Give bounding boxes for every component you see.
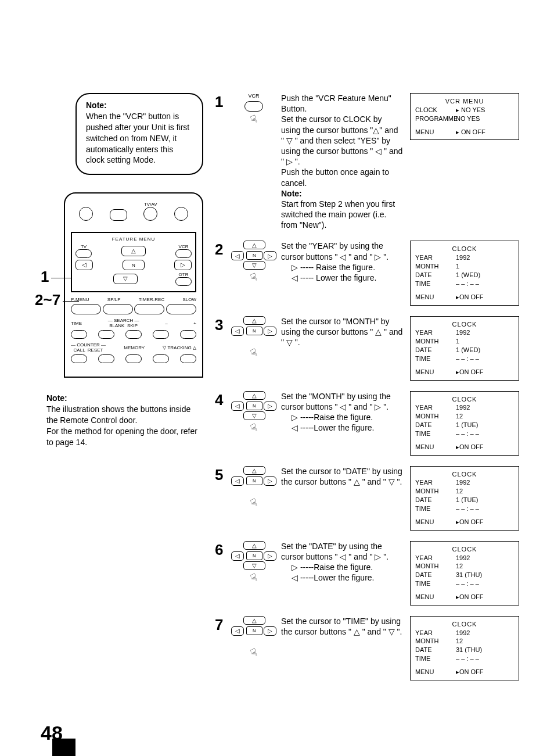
hand-icon: ☟: [249, 270, 259, 284]
vcr-button: VCR: [175, 244, 192, 258]
hand-icon: ☟: [249, 345, 259, 359]
slow-label: SLOW: [182, 297, 196, 302]
osd-clock-3: CLOCK YEAR1992 MONTH1 DATE1 (WED) TIME– …: [410, 316, 519, 381]
lower-note: Note: The illustration shows the buttons…: [46, 393, 203, 447]
plus-button: [180, 330, 196, 339]
step-2-num: 2: [215, 241, 226, 259]
osd-clock-5: CLOCK YEAR1992 MONTH12 DATE1 (TUE) TIME–…: [410, 466, 519, 531]
top-note-box: Note: When the "VCR" button is pushed af…: [75, 93, 203, 175]
slow-button: [166, 304, 196, 314]
step-7: 7 △◁ N ▷ ☟ Set the cursor to "TIME" by u…: [215, 616, 519, 680]
step-7-icon: △◁ N ▷ ☟: [233, 616, 274, 659]
cursor-pad-icon: △◁ N ▷▽: [235, 391, 273, 420]
blank-button: [98, 330, 114, 339]
mute-icon: [174, 207, 188, 223]
cursor-pad-icon: △ ◁ N ▷ ▽: [235, 241, 273, 270]
tvav-button: TV/AV: [143, 202, 157, 223]
step-5: 5 △◁ N ▷ ☟ Set the cursor to "DATE" by u…: [215, 466, 519, 531]
left-column: Note: When the "VCR" button is pushed af…: [41, 93, 203, 691]
remote: TV/AV FEATURE MENU TV △ VCR ◁: [64, 192, 203, 378]
step-3-icon: △◁ N ▷ ☟: [233, 316, 274, 359]
step-6-icon: △◁ N ▷▽ ☟: [233, 541, 274, 584]
remote-row-5: — COUNTER —CALL RESET MEMORY ▽ TRACKING …: [71, 342, 196, 363]
reset-button: [98, 354, 114, 363]
hand-icon: ☟: [249, 420, 259, 434]
osd-clock-4: CLOCK YEAR1992 MONTH12 DATE1 (TUE) TIME–…: [410, 391, 519, 456]
content-columns: Note: When the "VCR" button is pushed af…: [41, 93, 519, 691]
remote-row-4: TIME — SEARCH —BLANK SKIP –+: [71, 318, 196, 339]
timerrec-label: TIMER-REC: [139, 297, 164, 302]
note-heading: Note:: [86, 101, 107, 110]
cursor-n-icon: N: [246, 251, 262, 260]
time-button: [71, 330, 87, 339]
tracking-up-button: [180, 354, 196, 363]
osd-vcr-menu: VCR MENU CLOCK▸ NO YES PROGRAMME NO YES …: [410, 93, 519, 140]
right-column: 1 VCR ☟ Push the "VCR Feature Menu" Butt…: [215, 93, 519, 691]
memory-label: MEMORY: [124, 345, 145, 350]
step-3-num: 3: [215, 316, 226, 334]
step-1-text: Push the "VCR Feature Menu" Button. Set …: [281, 93, 403, 230]
splp-button: [103, 304, 133, 314]
splp-label: SP/LP: [107, 297, 121, 302]
cursor-pad-icon: △◁ N ▷▽: [235, 541, 273, 570]
step-3-text: Set the cursor to "MONTH" by using the c…: [281, 316, 403, 348]
osd-clock-2: CLOCK YEAR1992 MONTH1 DATE1 (WED) TIME– …: [410, 241, 519, 305]
hand-icon: ☟: [249, 570, 259, 584]
step-1: 1 VCR ☟ Push the "VCR Feature Menu" Butt…: [215, 93, 519, 230]
page: Note: When the "VCR" button is pushed af…: [0, 0, 554, 756]
cursor-right-icon: ▷: [264, 251, 276, 260]
cursor-down-icon: ▽: [113, 274, 138, 284]
step-7-text: Set the cursor to "TIME" by using the cu…: [281, 616, 403, 637]
tv-button: TV: [75, 244, 92, 258]
cursor-right-icon: ▷: [174, 260, 192, 270]
vcr-feature-button-icon: [244, 101, 263, 112]
step-2-icon: △ ◁ N ▷ ▽ ☟: [233, 241, 274, 284]
minus-button: [153, 330, 169, 339]
step-3: 3 △◁ N ▷ ☟ Set the cursor to "MONTH" by …: [215, 316, 519, 381]
step-4: 4 △◁ N ▷▽ ☟ Set the "MONTH" by using the…: [215, 391, 519, 456]
step-2: 2 △ ◁ N ▷ ▽ ☟ Set the "YEAR" by using th…: [215, 241, 519, 305]
cursor-up-icon: △: [243, 241, 265, 249]
cursor-pad-icon: △◁ N ▷: [235, 616, 273, 645]
step-5-text: Set the cursor to "DATE" by using the cu…: [281, 466, 403, 487]
callout-1: 1: [41, 268, 71, 286]
step-4-num: 4: [215, 391, 226, 409]
cursor-pad-icon: △◁ N ▷: [235, 316, 273, 345]
cursor-pad-icon: △◁ N ▷: [235, 466, 273, 495]
page-tab: [52, 739, 75, 756]
cursor-up-icon: △: [121, 246, 146, 256]
callout-2-7: 2~7: [35, 291, 79, 309]
osd-clock-6: CLOCK YEAR1992 MONTH12 DATE31 (THU) TIME…: [410, 541, 519, 605]
step-7-num: 7: [215, 616, 226, 634]
note-body: When the "VCR" button is pushed after yo…: [86, 112, 189, 165]
remote-illustration: 1 2~7 TV/AV F: [64, 192, 203, 378]
remote-top-row: TV/AV: [71, 202, 196, 223]
time-label: TIME: [71, 321, 82, 326]
step-1-num: 1: [215, 93, 226, 111]
remote-row-3: P-MENU SP/LP TIMER-REC SLOW: [71, 297, 196, 314]
cursor-left-icon: ◁: [231, 251, 244, 260]
step-4-text: Set the "MONTH" by using the cursor butt…: [281, 391, 403, 433]
power-icon: [79, 207, 93, 223]
cursor-left-icon: ◁: [75, 260, 93, 270]
lower-note-heading: Note:: [46, 393, 67, 403]
step-1-icon: VCR ☟: [233, 93, 274, 126]
step-4-icon: △◁ N ▷▽ ☟: [233, 391, 274, 434]
hand-icon: ☟: [249, 646, 259, 660]
hand-icon: ☟: [249, 112, 259, 126]
eject-icon: [110, 209, 127, 223]
timerrec-button: [134, 304, 164, 314]
lower-note-l2: For the method for opening the door, ref…: [46, 427, 197, 447]
step-2-text: Set the "YEAR" by using the cursor butto…: [281, 241, 403, 283]
feature-menu-label: FEATURE MENU: [75, 237, 192, 242]
step-5-num: 5: [215, 466, 226, 484]
otr-button: OTR: [175, 272, 192, 286]
cursor-down-icon: ▽: [243, 261, 265, 270]
osd-clock-7: CLOCK YEAR1992 MONTH12 DATE31 (THU) TIME…: [410, 616, 519, 680]
step-6-num: 6: [215, 541, 226, 559]
n-button: N: [123, 260, 145, 270]
tracking-down-button: [153, 354, 169, 363]
step-6-text: Set the "DATE" by using the cursor butto…: [281, 541, 403, 583]
step-6: 6 △◁ N ▷▽ ☟ Set the "DATE" by using the …: [215, 541, 519, 605]
memory-button: [125, 354, 142, 363]
